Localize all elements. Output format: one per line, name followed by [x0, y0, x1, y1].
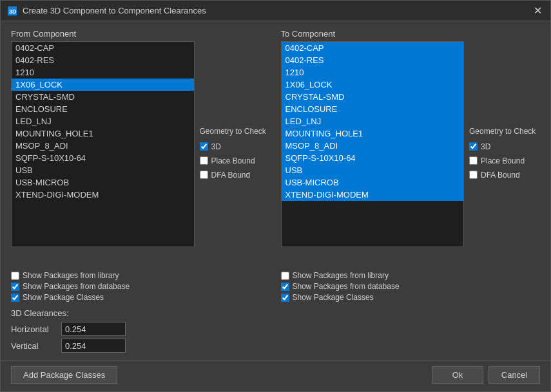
cancel-button[interactable]: Cancel — [488, 366, 540, 384]
left-check-left_cls[interactable]: Show Package Classes — [11, 293, 271, 302]
list-item[interactable]: MSOP_8_ADI — [12, 140, 194, 152]
ok-button[interactable]: Ok — [432, 366, 483, 384]
list-item[interactable]: USB — [282, 164, 464, 176]
from-geometry-label: Geometry to Check — [200, 127, 271, 136]
right-check-right_cls[interactable]: Show Package Classes — [281, 293, 541, 302]
list-item[interactable]: 0402-CAP — [12, 42, 194, 54]
vertical-label: Vertical — [11, 341, 56, 351]
to-component-list[interactable]: 0402-CAP0402-RES12101X06_LOCKCRYSTAL-SMD… — [281, 41, 465, 247]
list-item[interactable]: 1X06_LOCK — [12, 79, 194, 91]
list-item[interactable]: SQFP-S-10X10-64 — [282, 152, 464, 164]
add-package-classes-button[interactable]: Add Package Classes — [11, 366, 117, 384]
from-component-list[interactable]: 0402-CAP0402-RES12101X06_LOCKCRYSTAL-SMD… — [11, 41, 195, 247]
from-component-section: From Component 0402-CAP0402-RES12101X06_… — [11, 29, 271, 265]
from-list-and-geom: 0402-CAP0402-RES12101X06_LOCKCRYSTAL-SMD… — [11, 41, 271, 265]
dialog-content: From Component 0402-CAP0402-RES12101X06_… — [1, 21, 550, 360]
svg-text:3D: 3D — [9, 8, 17, 15]
from-place-bound-check[interactable]: Place Bound — [200, 156, 271, 165]
from-3d-check[interactable]: 3D — [200, 142, 271, 151]
list-item[interactable]: 0402-RES — [12, 54, 194, 66]
list-item[interactable]: 0402-CAP — [282, 42, 464, 54]
list-item[interactable]: MOUNTING_HOLE1 — [12, 127, 194, 140]
horizontal-input[interactable] — [61, 322, 126, 336]
horizontal-label: Horizontal — [11, 324, 56, 334]
list-item[interactable]: 0402-RES — [282, 54, 464, 66]
bottom-checkboxes: Show Packages from libraryShow Packages … — [11, 271, 540, 302]
to-3d-check[interactable]: 3D — [469, 142, 540, 151]
app-icon: 3D — [7, 6, 17, 16]
list-item[interactable]: CRYSTAL-SMD — [282, 91, 464, 103]
close-button[interactable]: ✕ — [531, 5, 544, 17]
right-check-right_db[interactable]: Show Packages from database — [281, 282, 541, 291]
list-item[interactable]: USB-MICROB — [282, 176, 464, 189]
list-item[interactable]: USB-MICROB — [12, 176, 194, 189]
horizontal-row: Horizontal — [11, 322, 540, 336]
to-component-label: To Component — [281, 29, 541, 39]
clearances-section: 3D Clearances: Horizontal Vertical — [11, 308, 540, 353]
right-checkboxes-col: Show Packages from libraryShow Packages … — [281, 271, 541, 302]
list-item[interactable]: CRYSTAL-SMD — [12, 91, 194, 103]
vertical-row: Vertical — [11, 339, 540, 353]
list-item[interactable]: LED_LNJ — [12, 115, 194, 127]
to-geometry-label: Geometry to Check — [469, 127, 540, 136]
list-item[interactable]: 1X06_LOCK — [282, 79, 464, 91]
list-item[interactable]: XTEND-DIGI-MODEM — [282, 189, 464, 201]
clearances-title: 3D Clearances: — [11, 308, 540, 318]
from-geometry-section: Geometry to Check 3D Place Bound DFA Bou… — [200, 41, 271, 265]
right-buttons: Ok Cancel — [432, 366, 540, 384]
list-item[interactable]: 1210 — [12, 66, 194, 79]
to-component-section: To Component 0402-CAP0402-RES12101X06_LO… — [281, 29, 541, 265]
right-check-right_lib[interactable]: Show Packages from library — [281, 271, 541, 280]
vertical-input[interactable] — [61, 339, 126, 353]
to-list-and-geom: 0402-CAP0402-RES12101X06_LOCKCRYSTAL-SMD… — [281, 41, 541, 265]
dialog-window: 3D Create 3D Component to Component Clea… — [0, 0, 551, 392]
list-item[interactable]: ENCLOSURE — [12, 103, 194, 115]
list-item[interactable]: XTEND-DIGI-MODEM — [12, 189, 194, 201]
list-item[interactable]: MSOP_8_ADI — [282, 140, 464, 152]
from-component-label: From Component — [11, 29, 271, 39]
list-item[interactable]: ENCLOSURE — [282, 103, 464, 115]
lists-row: From Component 0402-CAP0402-RES12101X06_… — [11, 29, 540, 265]
list-item[interactable]: 1210 — [282, 66, 464, 79]
list-item[interactable]: SQFP-S-10X10-64 — [12, 152, 194, 164]
title-bar: 3D Create 3D Component to Component Clea… — [1, 1, 550, 21]
from-dfa-bound-check[interactable]: DFA Bound — [200, 171, 271, 180]
to-dfa-bound-check[interactable]: DFA Bound — [469, 171, 540, 180]
bottom-buttons-bar: Add Package Classes Ok Cancel — [1, 360, 550, 391]
left-check-left_db[interactable]: Show Packages from database — [11, 282, 271, 291]
left-check-left_lib[interactable]: Show Packages from library — [11, 271, 271, 280]
title-bar-left: 3D Create 3D Component to Component Clea… — [7, 6, 206, 16]
to-place-bound-check[interactable]: Place Bound — [469, 156, 540, 165]
list-item[interactable]: USB — [12, 164, 194, 176]
dialog-title: Create 3D Component to Component Clearan… — [23, 6, 206, 15]
left-checkboxes-col: Show Packages from libraryShow Packages … — [11, 271, 271, 302]
list-item[interactable]: MOUNTING_HOLE1 — [282, 127, 464, 140]
to-geometry-section: Geometry to Check 3D Place Bound DFA Bou… — [469, 41, 540, 265]
list-item[interactable]: LED_LNJ — [282, 115, 464, 127]
